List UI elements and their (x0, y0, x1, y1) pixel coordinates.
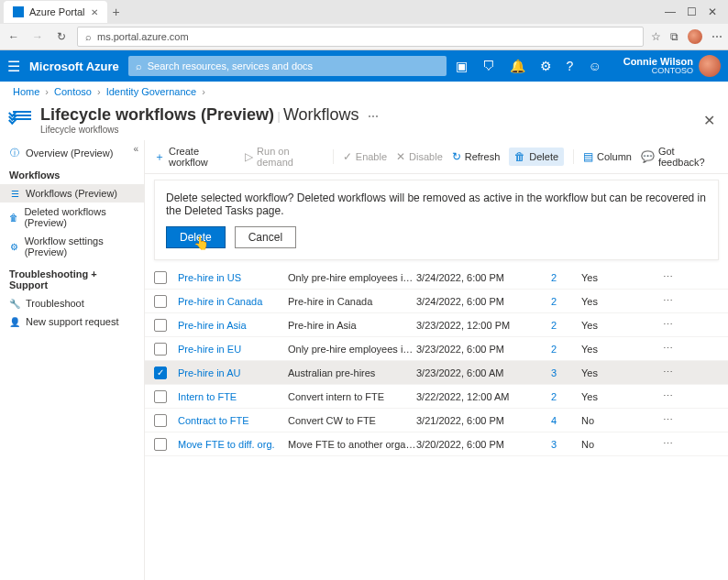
reading-icon[interactable]: ⧉ (670, 30, 678, 43)
row-checkbox[interactable] (154, 390, 167, 403)
minimize-icon[interactable]: — (665, 5, 676, 18)
task-count[interactable]: 2 (526, 272, 581, 283)
sidebar-item-overview[interactable]: ⓘ Overview (Preview) (0, 144, 144, 162)
task-count[interactable]: 2 (526, 391, 581, 402)
table-row[interactable]: Move FTE to diff. org.Move FTE to anothe… (145, 432, 728, 456)
notifications-icon[interactable]: 🔔 (510, 59, 525, 73)
settings-icon[interactable]: ⚙ (540, 59, 552, 73)
sidebar-item-support[interactable]: 👤 New support request (0, 312, 144, 331)
separator (573, 149, 574, 164)
crumb-idgov[interactable]: Identity Governance (106, 86, 196, 97)
url-text: ms.portal.azure.com (97, 31, 189, 42)
workflow-name-link[interactable]: Pre-hire in Canada (178, 296, 288, 307)
disable-button[interactable]: ✕Disable (396, 150, 443, 163)
maximize-icon[interactable]: ☐ (687, 5, 697, 18)
row-more-icon[interactable]: ⋯ (636, 438, 673, 450)
browser-tab[interactable]: Azure Portal ✕ (4, 1, 107, 23)
confirm-delete-button[interactable]: Delete (166, 226, 226, 248)
collapse-sidebar-icon[interactable]: « (133, 144, 138, 154)
gear-icon: ⚙ (9, 241, 19, 252)
refresh-button[interactable]: ↻ (53, 30, 70, 43)
user-block[interactable]: Connie Wilson CONTOSO (623, 55, 721, 77)
sidebar-item-deleted[interactable]: 🗑 Deleted workflows (Preview) (0, 202, 144, 232)
cancel-button[interactable]: Cancel (235, 226, 296, 248)
person-icon: 👤 (9, 316, 20, 327)
table-row[interactable]: Intern to FTEConvert intern to FTE3/22/2… (145, 385, 728, 409)
feedback-button[interactable]: 💬Got feedback? (641, 146, 719, 168)
workflow-name-link[interactable]: Intern to FTE (178, 391, 288, 402)
task-count[interactable]: 2 (526, 296, 581, 307)
table-row[interactable]: Pre-hire in AsiaPre-hire in Asia3/23/202… (145, 313, 728, 337)
sidebar-item-workflows[interactable]: ☰ Workflows (Preview) (0, 184, 144, 202)
row-checkbox[interactable] (154, 319, 167, 332)
row-more-icon[interactable]: ⋯ (636, 343, 673, 355)
cloud-shell-icon[interactable]: ▣ (456, 59, 468, 73)
search-input[interactable] (148, 60, 439, 71)
workflow-name-link[interactable]: Move FTE to diff. org. (178, 439, 288, 450)
directory-icon[interactable]: ⛉ (482, 59, 495, 73)
last-run-timestamp: 3/24/2022, 6:00 PM (416, 296, 526, 307)
profile-avatar-icon[interactable] (688, 29, 702, 44)
row-checkbox[interactable] (154, 343, 167, 356)
row-more-icon[interactable]: ⋯ (636, 319, 673, 331)
separator (333, 149, 334, 164)
table-row[interactable]: Pre-hire in EUOnly pre-hire employees in… (145, 337, 728, 361)
task-count[interactable]: 3 (526, 367, 581, 378)
task-count[interactable]: 4 (526, 415, 581, 426)
row-checkbox[interactable] (154, 438, 167, 451)
row-more-icon[interactable]: ⋯ (636, 271, 673, 283)
workflow-description: Convert intern to FTE (288, 391, 416, 402)
delete-button[interactable]: 🗑Delete (509, 148, 564, 166)
row-more-icon[interactable]: ⋯ (636, 414, 673, 426)
row-checkbox[interactable] (154, 414, 167, 427)
column-button[interactable]: ▤Column (583, 150, 632, 163)
feedback-icon[interactable]: ☺ (588, 59, 601, 73)
back-button[interactable]: ← (6, 30, 22, 43)
table-row[interactable]: Pre-hire in USOnly pre-hire employees in… (145, 266, 728, 290)
task-count[interactable]: 2 (526, 344, 581, 355)
sidebar-item-troubleshoot[interactable]: 🔧 Troubleshoot (0, 294, 144, 312)
last-run-timestamp: 3/23/2022, 12:00 PM (416, 320, 526, 331)
enable-button[interactable]: ✓Enable (343, 150, 387, 163)
window-controls: — ☐ ✕ (665, 5, 724, 18)
more-icon[interactable]: ⋯ (711, 30, 722, 43)
workflow-name-link[interactable]: Contract to FTE (178, 415, 288, 426)
help-icon[interactable]: ? (567, 59, 574, 73)
close-blade-button[interactable]: ✕ (703, 112, 715, 129)
workflow-name-link[interactable]: Pre-hire in US (178, 272, 288, 283)
forward-button[interactable]: → (29, 30, 46, 43)
global-search[interactable]: ⌕ (128, 56, 447, 76)
task-count[interactable]: 2 (526, 320, 581, 331)
azure-favicon-icon (13, 6, 24, 17)
row-checkbox[interactable]: ✓ (154, 367, 167, 379)
crumb-contoso[interactable]: Contoso (54, 86, 92, 97)
task-count[interactable]: 3 (526, 439, 581, 450)
sidebar-item-label: Deleted workflows (Preview) (24, 206, 135, 228)
row-checkbox[interactable] (154, 295, 167, 308)
workflow-name-link[interactable]: Pre-hire in EU (178, 344, 288, 355)
table-row[interactable]: ✓Pre-hire in AUAustralian pre-hires3/23/… (145, 361, 728, 385)
row-more-icon[interactable]: ⋯ (636, 390, 673, 402)
favorites-icon[interactable]: ☆ (651, 30, 661, 43)
row-checkbox[interactable] (154, 271, 167, 284)
row-more-icon[interactable]: ⋯ (636, 295, 673, 307)
brand-label[interactable]: Microsoft Azure (29, 60, 119, 73)
last-run-timestamp: 3/21/2022, 6:00 PM (416, 415, 526, 426)
workflow-name-link[interactable]: Pre-hire in AU (178, 367, 288, 378)
menu-icon[interactable]: ☰ (7, 58, 20, 75)
address-bar[interactable]: ⌕ ms.portal.azure.com (77, 27, 644, 47)
table-row[interactable]: Pre-hire in CanadaPre-hire in Canada3/24… (145, 290, 728, 313)
close-window-icon[interactable]: ✕ (708, 5, 717, 18)
refresh-button[interactable]: ↻Refresh (452, 150, 501, 163)
workflow-description: Pre-hire in Canada (288, 296, 416, 307)
more-icon[interactable]: ⋯ (368, 110, 379, 123)
new-tab-button[interactable]: + (113, 5, 120, 19)
create-workflow-button[interactable]: ＋Create workflow (154, 146, 236, 168)
tab-close-icon[interactable]: ✕ (91, 7, 98, 17)
row-more-icon[interactable]: ⋯ (636, 367, 673, 378)
run-on-demand-button[interactable]: ▷Run on demand (245, 146, 324, 168)
crumb-home[interactable]: Home (13, 86, 39, 97)
workflow-name-link[interactable]: Pre-hire in Asia (178, 320, 288, 331)
sidebar-item-settings[interactable]: ⚙ Workflow settings (Preview) (0, 232, 144, 261)
table-row[interactable]: Contract to FTEConvert CW to FTE3/21/202… (145, 409, 728, 432)
